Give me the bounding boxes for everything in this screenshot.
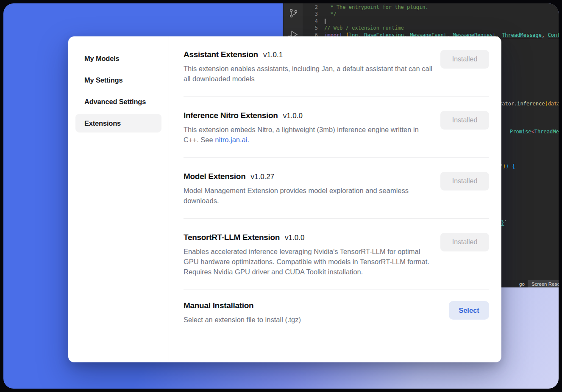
installed-button[interactable]: Installed — [440, 50, 489, 69]
extension-version: v1.0.1 — [263, 51, 283, 59]
settings-panel: My Models My Settings Advanced Settings … — [68, 36, 501, 362]
code-area[interactable]: 2 * The entrypoint for the plugin. 3 */ … — [303, 4, 559, 39]
extension-description: This extension enables assistants, inclu… — [184, 63, 434, 84]
screen: 2 * The entrypoint for the plugin. 3 */ … — [0, 0, 562, 392]
source-control-icon[interactable] — [288, 8, 299, 20]
extension-row-assistant: Assistant Extension v1.0.1 This extensio… — [184, 36, 489, 97]
extension-name: TensortRT-LLM Extension — [184, 233, 280, 242]
extension-row-tensorrt: TensortRT-LLM Extension v1.0.0 Enables a… — [184, 219, 489, 290]
extensions-list: Assistant Extension v1.0.1 This extensio… — [169, 36, 501, 362]
extension-row-model: Model Extension v1.0.27 Model Management… — [184, 158, 489, 219]
manual-installation-row: Manual Installation Select an extension … — [184, 290, 489, 337]
extension-description: Enables accelerated inference leveraging… — [184, 246, 434, 277]
manual-installation-title: Manual Installation — [184, 301, 253, 310]
code-line: 2 * The entrypoint for the plugin. — [303, 4, 559, 11]
code-fragment: ")) { — [500, 163, 515, 170]
extension-name: Model Extension — [184, 172, 245, 181]
sidebar-item-my-settings[interactable]: My Settings — [75, 71, 161, 89]
sidebar-item-advanced-settings[interactable]: Advanced Settings — [75, 92, 161, 111]
installed-button[interactable]: Installed — [440, 233, 489, 251]
nitro-jan-ai-link[interactable]: nitro.jan.ai. — [215, 136, 249, 144]
extension-version: v1.0.0 — [283, 112, 303, 120]
select-file-button[interactable]: Select — [449, 301, 489, 320]
text-cursor — [325, 19, 326, 24]
code-fragment: Promise<ThreadMessage> — [510, 128, 559, 135]
extension-description: This extension embeds Nitro, a lightweig… — [184, 124, 434, 145]
code-line: 3 */ — [303, 11, 559, 17]
extension-description: Model Management Extension provides mode… — [184, 185, 434, 206]
wallpaper-gradient: 2 * The entrypoint for the plugin. 3 */ … — [3, 3, 559, 389]
extension-version: v1.0.0 — [285, 234, 304, 242]
extension-name: Assistant Extension — [184, 50, 258, 59]
code-fragment: rator.inference(data)); — [499, 100, 559, 107]
code-line: 4 — [303, 18, 559, 25]
extension-row-nitro: Inference Nitro Extension v1.0.0 This ex… — [184, 97, 489, 158]
code-line: 5// Web / extension runtime — [303, 25, 559, 31]
extension-name: Inference Nitro Extension — [184, 111, 278, 120]
screen-reader-status-item[interactable]: Screen Reader Optimize — [528, 280, 559, 287]
settings-sidebar: My Models My Settings Advanced Settings … — [68, 36, 169, 362]
installed-button[interactable]: Installed — [440, 111, 489, 130]
sidebar-item-extensions[interactable]: Extensions — [75, 114, 161, 133]
sidebar-item-my-models[interactable]: My Models — [75, 49, 161, 68]
installed-button[interactable]: Installed — [440, 172, 489, 190]
manual-installation-description: Select an extension file to install (.tg… — [184, 315, 301, 325]
status-bar-text[interactable]: go — [519, 282, 525, 287]
extension-version: v1.0.27 — [250, 173, 274, 181]
